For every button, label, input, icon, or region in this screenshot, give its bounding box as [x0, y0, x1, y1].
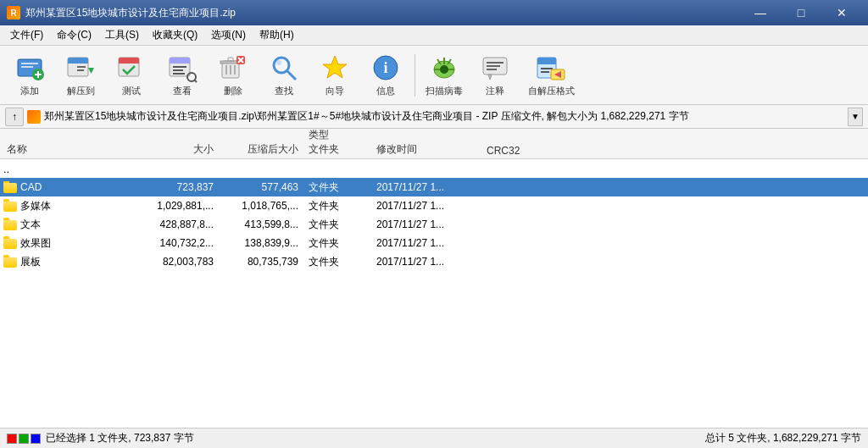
test-button[interactable]: 测试 [107, 51, 156, 100]
row-name: 文本 [0, 218, 136, 232]
row-size: 1,029,881,... [136, 200, 220, 212]
status-color-red [7, 434, 17, 444]
folder-icon [3, 218, 17, 230]
svg-rect-5 [37, 71, 39, 78]
view-icon [167, 53, 198, 83]
row-compressed: 138,839,9... [220, 237, 305, 249]
menu-cmd[interactable]: 命令(C) [50, 26, 98, 44]
header-size: 大小 [136, 142, 220, 157]
row-compressed: 80,735,739 [220, 256, 305, 268]
comment-label: 注释 [486, 85, 504, 97]
menu-favorites[interactable]: 收藏夹(Q) [146, 26, 204, 44]
nav-up-button[interactable]: ↑ [5, 108, 24, 126]
status-color-green [19, 434, 29, 444]
list-item[interactable]: 效果图 140,732,2... 138,839,9... 文件夹 2017/1… [0, 234, 868, 252]
selfextract-label: 自解压格式 [528, 85, 575, 97]
menu-options[interactable]: 选项(N) [204, 26, 253, 44]
folder-icon [3, 256, 17, 268]
app-icon: R [7, 6, 20, 19]
svg-point-34 [276, 60, 281, 65]
svg-rect-2 [21, 66, 33, 68]
header-compressed: 压缩后大小 [220, 142, 305, 157]
find-button[interactable]: 查找 [259, 51, 309, 100]
svg-rect-11 [77, 69, 84, 71]
list-item[interactable]: .. [0, 159, 868, 178]
row-modified: 2017/11/27 1... [373, 256, 483, 268]
add-button[interactable]: 添加 [5, 51, 54, 100]
wizard-icon [320, 53, 350, 83]
list-item[interactable]: 文本 428,887,8... 413,599,8... 文件夹 2017/11… [0, 215, 868, 234]
extract-icon [65, 53, 96, 83]
svg-rect-53 [541, 68, 553, 69]
maximize-button[interactable]: □ [782, 0, 821, 25]
svg-point-39 [440, 65, 448, 74]
address-dropdown-button[interactable]: ▼ [848, 108, 863, 126]
row-modified: 2017/11/27 1... [373, 181, 483, 193]
minimize-button[interactable]: — [741, 0, 780, 25]
svg-rect-48 [487, 65, 500, 67]
svg-marker-9 [88, 68, 94, 74]
extract-label: 解压到 [67, 85, 95, 97]
zip-icon [27, 110, 41, 124]
toolbar: 添加 解压到 测试 [0, 46, 868, 105]
svg-rect-14 [119, 62, 139, 64]
status-left: 已经选择 1 文件夹, 723,837 字节 [7, 431, 194, 445]
address-path: 郑州某置区15地块城市设计及住宅商业项目.zip\郑州某置区1#～5#地块城市设… [44, 109, 844, 124]
menu-file[interactable]: 文件(F) [3, 26, 50, 44]
svg-rect-19 [173, 69, 183, 71]
row-size: 428,887,8... [136, 218, 220, 230]
row-compressed: 413,599,8... [220, 218, 305, 230]
selfextract-icon [536, 53, 566, 83]
menu-tools[interactable]: 工具(S) [98, 26, 146, 44]
svg-rect-1 [21, 63, 38, 64]
wizard-label: 向导 [326, 85, 344, 97]
comment-button[interactable]: 注释 [470, 51, 520, 100]
row-name: 展板 [0, 255, 136, 269]
row-name: 效果图 [0, 236, 136, 251]
svg-marker-35 [323, 56, 347, 78]
list-item[interactable]: CAD 723,837 577,463 文件夹 2017/11/27 1... [0, 178, 868, 196]
menu-bar: 文件(F) 命令(C) 工具(S) 收藏夹(Q) 选项(N) 帮助(H) [0, 25, 868, 46]
view-label: 查看 [173, 85, 192, 97]
row-name: CAD [0, 181, 136, 193]
row-size: 723,837 [136, 181, 220, 193]
row-compressed: 1,018,765,... [220, 200, 305, 212]
svg-text:i: i [383, 59, 387, 76]
scan-button[interactable]: 扫描病毒 [420, 51, 469, 100]
find-label: 查找 [275, 85, 293, 97]
folder-icon [3, 200, 17, 212]
svg-rect-25 [228, 58, 233, 61]
row-modified: 2017/11/27 1... [373, 237, 483, 249]
menu-help[interactable]: 帮助(H) [253, 26, 301, 44]
list-item[interactable]: 展板 82,003,783 80,735,739 文件夹 2017/11/27 … [0, 252, 868, 271]
info-button[interactable]: i 信息 [361, 51, 410, 100]
window-title: 郑州某置区15地块城市设计及住宅商业项目.zip [25, 6, 236, 20]
header-name: 名称 [0, 142, 136, 157]
row-compressed: 577,463 [220, 181, 305, 193]
close-button[interactable]: ✕ [822, 0, 861, 25]
find-icon [269, 53, 299, 83]
row-modified: 2017/11/27 1... [373, 218, 483, 230]
address-bar: ↑ 郑州某置区15地块城市设计及住宅商业项目.zip\郑州某置区1#～5#地块城… [0, 105, 868, 129]
row-size: 82,003,783 [136, 256, 220, 268]
selfextract-button[interactable]: 自解压格式 [521, 51, 581, 100]
svg-rect-47 [487, 62, 504, 64]
extract-button[interactable]: 解压到 [56, 51, 105, 100]
header-type: 类型 文件夹 [305, 129, 373, 157]
test-label: 测试 [122, 85, 141, 97]
toolbar-separator [415, 54, 415, 97]
comment-icon [480, 53, 510, 83]
svg-line-22 [194, 80, 197, 82]
delete-icon [218, 53, 248, 83]
wizard-button[interactable]: 向导 [310, 51, 359, 100]
status-right-text: 总计 5 文件夹, 1,682,229,271 字节 [705, 431, 861, 445]
svg-rect-52 [537, 63, 556, 64]
row-type: 文件夹 [305, 218, 373, 232]
test-icon [116, 53, 147, 83]
delete-button[interactable]: 删除 [209, 51, 258, 100]
title-bar: R 郑州某置区15地块城市设计及住宅商业项目.zip — □ ✕ [0, 0, 868, 25]
svg-point-32 [274, 58, 289, 73]
list-item[interactable]: 多媒体 1,029,881,... 1,018,765,... 文件夹 2017… [0, 196, 868, 215]
view-button[interactable]: 查看 [158, 51, 207, 100]
row-type: 文件夹 [305, 199, 373, 213]
